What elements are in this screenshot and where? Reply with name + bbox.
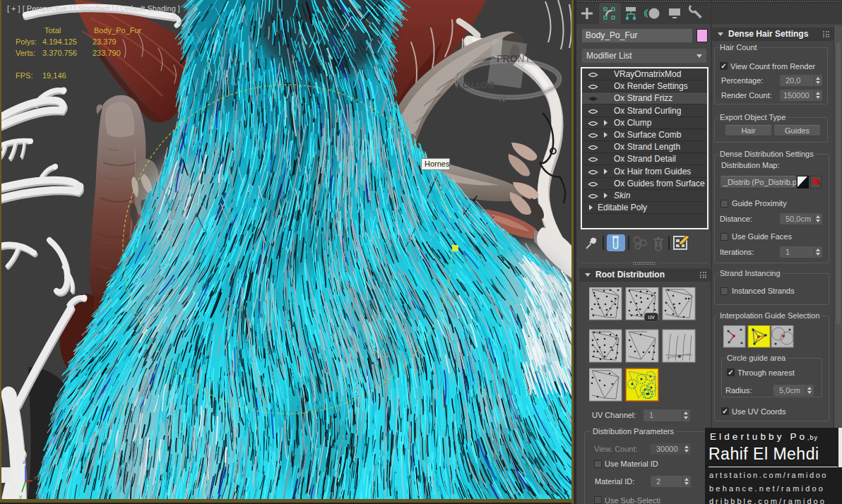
svg-text:FRONT: FRONT: [497, 53, 531, 64]
svg-text:W: W: [453, 76, 465, 88]
svg-text:x: x: [34, 474, 37, 481]
svg-text:N: N: [499, 93, 505, 104]
svg-text:z: z: [23, 459, 25, 465]
